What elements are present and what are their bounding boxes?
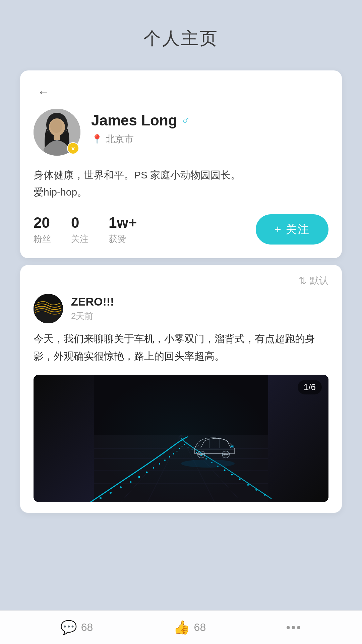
gender-icon: ♂ bbox=[181, 113, 190, 127]
page-title: 个人主页 bbox=[0, 0, 362, 70]
image-counter: 1/6 bbox=[298, 380, 322, 394]
svg-rect-3 bbox=[54, 134, 60, 140]
following-value: 0 bbox=[71, 214, 79, 232]
stats-row: 20 粉丝 0 关注 1w+ 获赞 + 关注 bbox=[34, 214, 328, 245]
fans-label: 粉丝 bbox=[34, 233, 51, 245]
more-icon: ••• bbox=[286, 621, 302, 635]
profile-info: James Long ♂ 📍 北京市 bbox=[91, 109, 328, 146]
svg-point-4 bbox=[50, 119, 62, 133]
sort-bar: ⇅ 默认 bbox=[20, 265, 342, 294]
like-count: 68 bbox=[194, 621, 206, 634]
profile-name: James Long bbox=[91, 112, 177, 129]
comment-icon: 💬 bbox=[60, 620, 77, 635]
like-action[interactable]: 👍 68 bbox=[173, 620, 206, 635]
stat-fans: 20 粉丝 bbox=[34, 214, 51, 245]
car-scene bbox=[34, 375, 328, 502]
stat-following: 0 关注 bbox=[71, 214, 88, 245]
like-icon: 👍 bbox=[173, 620, 190, 635]
avatar-wrapper: v bbox=[34, 109, 80, 156]
post-time: 2天前 bbox=[71, 310, 114, 322]
profile-name-row: James Long ♂ bbox=[91, 112, 328, 129]
comment-action[interactable]: 💬 68 bbox=[60, 620, 93, 635]
location-text: 北京市 bbox=[106, 133, 134, 146]
profile-card: ← bbox=[20, 70, 342, 258]
stat-likes: 1w+ 获赞 bbox=[109, 214, 137, 245]
profile-bio: 身体健康，世界和平。PS 家庭小动物园园长。 爱hip-hop。 bbox=[34, 166, 328, 201]
likes-value: 1w+ bbox=[109, 214, 137, 232]
comment-count: 68 bbox=[81, 621, 93, 634]
sort-icon: ⇅ bbox=[299, 275, 306, 286]
location-pin-icon: 📍 bbox=[91, 134, 103, 145]
sort-label[interactable]: 默认 bbox=[310, 274, 328, 287]
fans-value: 20 bbox=[34, 214, 50, 232]
feed-card: ⇅ 默认 ZERO!!! 2天前 bbox=[20, 265, 342, 513]
profile-location: 📍 北京市 bbox=[91, 133, 328, 146]
follow-button[interactable]: + 关注 bbox=[256, 214, 328, 245]
post-meta: ZERO!!! 2天前 bbox=[71, 295, 114, 322]
more-action[interactable]: ••• bbox=[286, 621, 302, 635]
post-header: ZERO!!! 2天前 bbox=[34, 294, 328, 323]
post-content: 今天，我们来聊聊关于车机，小零双门，溜背式，有点超跑的身影，外观确实很惊艳，路上… bbox=[34, 330, 328, 365]
svg-rect-60 bbox=[94, 375, 268, 502]
following-label: 关注 bbox=[71, 233, 88, 245]
post-item: ZERO!!! 2天前 今天，我们来聊聊关于车机，小零双门，溜背式，有点超跑的身… bbox=[20, 294, 342, 513]
back-button[interactable]: ← bbox=[34, 84, 54, 101]
post-image[interactable]: 1/6 bbox=[34, 375, 328, 502]
likes-label: 获赞 bbox=[109, 233, 126, 245]
verified-badge: v bbox=[67, 142, 79, 154]
bottom-bar: 💬 68 👍 68 ••• bbox=[0, 610, 362, 644]
post-avatar[interactable] bbox=[34, 294, 63, 323]
post-author: ZERO!!! bbox=[71, 295, 114, 308]
back-arrow-icon: ← bbox=[38, 86, 50, 98]
profile-header: v James Long ♂ 📍 北京市 bbox=[34, 109, 328, 156]
